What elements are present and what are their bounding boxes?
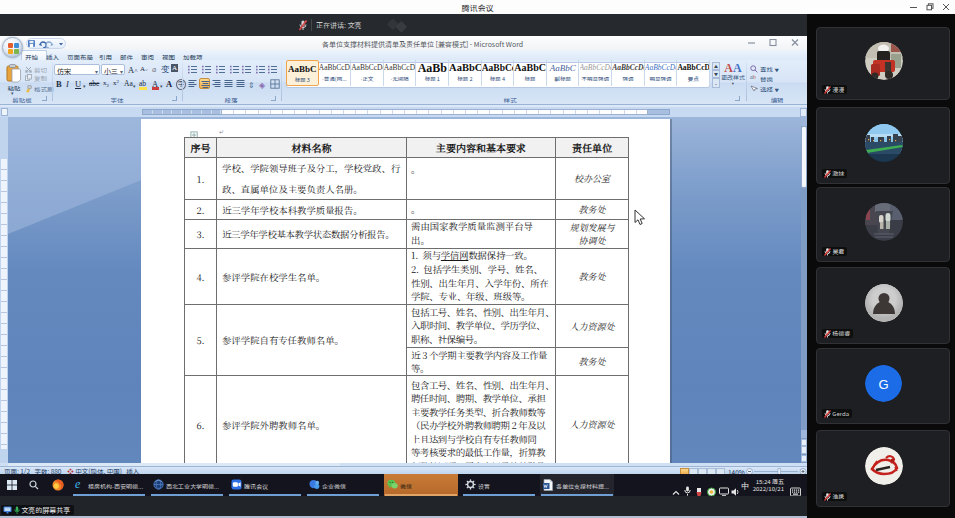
svg-text:G: G <box>878 377 888 392</box>
